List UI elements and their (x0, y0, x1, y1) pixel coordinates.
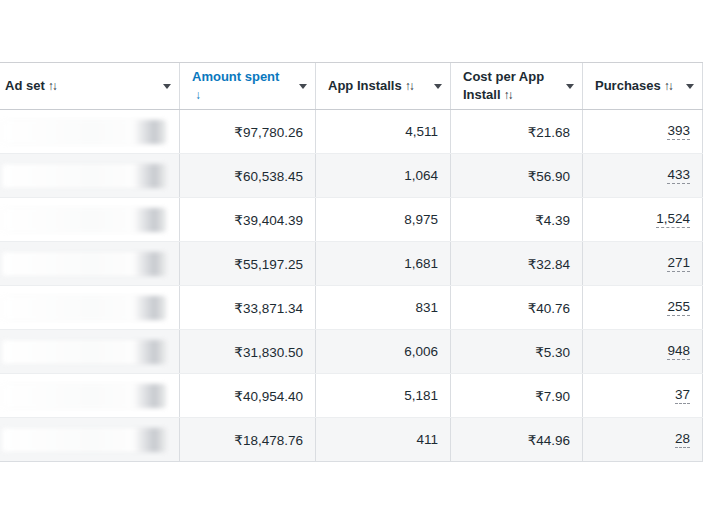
purchases-cell: 433 (583, 154, 703, 197)
purchases-value: 393 (667, 123, 690, 141)
purchases-cell: 1,524 (583, 198, 703, 241)
purchases-value: 1,524 (656, 211, 690, 229)
chevron-down-icon[interactable] (566, 84, 574, 89)
ad-set-cell (0, 198, 180, 241)
column-label: App Installs↑↓ (328, 77, 428, 95)
table-row[interactable]: ₹40,954.40 5,181 ₹7.90 37 (0, 374, 703, 418)
cost-per-app-install-cell: ₹4.39 (451, 198, 583, 241)
column-header-ad-set[interactable]: Ad set↑↓ (0, 63, 180, 109)
sort-icon[interactable]: ↑↓ (405, 79, 413, 93)
amount-spent-cell: ₹97,780.26 (180, 110, 316, 153)
purchases-value: 28 (675, 431, 690, 449)
column-label: Purchases↑↓ (595, 77, 680, 95)
table-row[interactable]: ₹18,478.76 411 ₹44.96 28 (0, 418, 703, 462)
cost-per-app-install-cell: ₹56.90 (451, 154, 583, 197)
purchases-cell: 393 (583, 110, 703, 153)
table-row[interactable]: ₹31,830.50 6,006 ₹5.30 948 (0, 330, 703, 374)
ad-set-cell (0, 374, 180, 417)
ad-set-cell (0, 154, 180, 197)
redacted-ad-set-name (2, 252, 166, 276)
ads-metrics-table: Ad set↑↓ Amount spent ↓ App Installs↑↓ C… (0, 62, 703, 462)
column-label: Ad set↑↓ (5, 77, 157, 95)
ad-set-cell (0, 330, 180, 373)
amount-spent-cell: ₹18,478.76 (180, 418, 316, 461)
app-installs-cell: 5,181 (316, 374, 451, 417)
redacted-ad-set-name (2, 340, 166, 364)
redacted-ad-set-name (2, 164, 166, 188)
sort-icon[interactable]: ↑↓ (48, 79, 56, 93)
column-label: Amount spent ↓ (192, 68, 293, 104)
column-header-cost-per-app-install[interactable]: Cost per App Install↑↓ (451, 63, 583, 109)
table-row[interactable]: ₹60,538.45 1,064 ₹56.90 433 (0, 154, 703, 198)
app-installs-cell: 6,006 (316, 330, 451, 373)
amount-spent-cell: ₹31,830.50 (180, 330, 316, 373)
table-row[interactable]: ₹55,197.25 1,681 ₹32.84 271 (0, 242, 703, 286)
purchases-cell: 255 (583, 286, 703, 329)
chevron-down-icon[interactable] (163, 84, 171, 89)
column-header-amount-spent[interactable]: Amount spent ↓ (180, 63, 316, 109)
app-installs-cell: 831 (316, 286, 451, 329)
purchases-cell: 271 (583, 242, 703, 285)
sort-icon[interactable]: ↑↓ (664, 79, 672, 93)
ad-set-cell (0, 242, 180, 285)
table-row[interactable]: ₹39,404.39 8,975 ₹4.39 1,524 (0, 198, 703, 242)
redacted-ad-set-name (2, 296, 166, 320)
redacted-ad-set-name (2, 384, 166, 408)
column-header-app-installs[interactable]: App Installs↑↓ (316, 63, 451, 109)
cost-per-app-install-cell: ₹7.90 (451, 374, 583, 417)
redacted-ad-set-name (2, 428, 166, 452)
purchases-value: 37 (675, 387, 690, 405)
app-installs-cell: 4,511 (316, 110, 451, 153)
chevron-down-icon[interactable] (299, 84, 307, 89)
purchases-cell: 948 (583, 330, 703, 373)
purchases-cell: 28 (583, 418, 703, 461)
purchases-cell: 37 (583, 374, 703, 417)
cost-per-app-install-cell: ₹5.30 (451, 330, 583, 373)
amount-spent-cell: ₹55,197.25 (180, 242, 316, 285)
purchases-value: 433 (667, 167, 690, 185)
column-header-purchases[interactable]: Purchases↑↓ (583, 63, 703, 109)
amount-spent-cell: ₹33,871.34 (180, 286, 316, 329)
app-installs-cell: 8,975 (316, 198, 451, 241)
purchases-value: 271 (667, 255, 690, 273)
chevron-down-icon[interactable] (686, 84, 694, 89)
redacted-ad-set-name (2, 120, 166, 144)
cost-per-app-install-cell: ₹40.76 (451, 286, 583, 329)
column-label: Cost per App Install↑↓ (463, 68, 560, 104)
cost-per-app-install-cell: ₹44.96 (451, 418, 583, 461)
chevron-down-icon[interactable] (434, 84, 442, 89)
cost-per-app-install-cell: ₹21.68 (451, 110, 583, 153)
app-installs-cell: 1,681 (316, 242, 451, 285)
table-row[interactable]: ₹97,780.26 4,511 ₹21.68 393 (0, 110, 703, 154)
redacted-ad-set-name (2, 208, 166, 232)
purchases-value: 948 (667, 343, 690, 361)
amount-spent-cell: ₹39,404.39 (180, 198, 316, 241)
cost-per-app-install-cell: ₹32.84 (451, 242, 583, 285)
sort-icon[interactable]: ↓ (195, 88, 199, 102)
ad-set-cell (0, 418, 180, 461)
table-body: ₹97,780.26 4,511 ₹21.68 393 ₹60,538.45 1… (0, 110, 703, 462)
ad-set-cell (0, 110, 180, 153)
app-installs-cell: 411 (316, 418, 451, 461)
table-header-row: Ad set↑↓ Amount spent ↓ App Installs↑↓ C… (0, 62, 703, 110)
table-row[interactable]: ₹33,871.34 831 ₹40.76 255 (0, 286, 703, 330)
ad-set-cell (0, 286, 180, 329)
app-installs-cell: 1,064 (316, 154, 451, 197)
sort-icon[interactable]: ↑↓ (504, 88, 512, 102)
amount-spent-cell: ₹40,954.40 (180, 374, 316, 417)
amount-spent-cell: ₹60,538.45 (180, 154, 316, 197)
purchases-value: 255 (667, 299, 690, 317)
